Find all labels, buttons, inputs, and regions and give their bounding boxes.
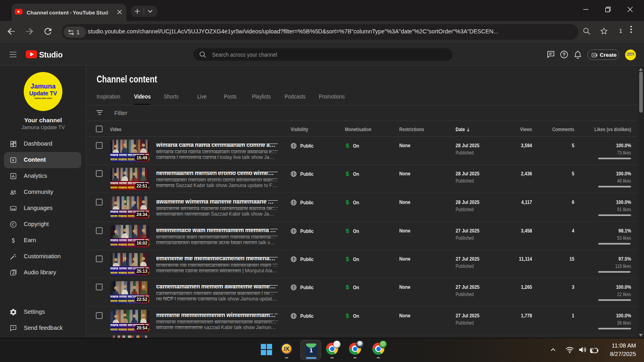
svg-text:?: ?	[563, 52, 566, 58]
